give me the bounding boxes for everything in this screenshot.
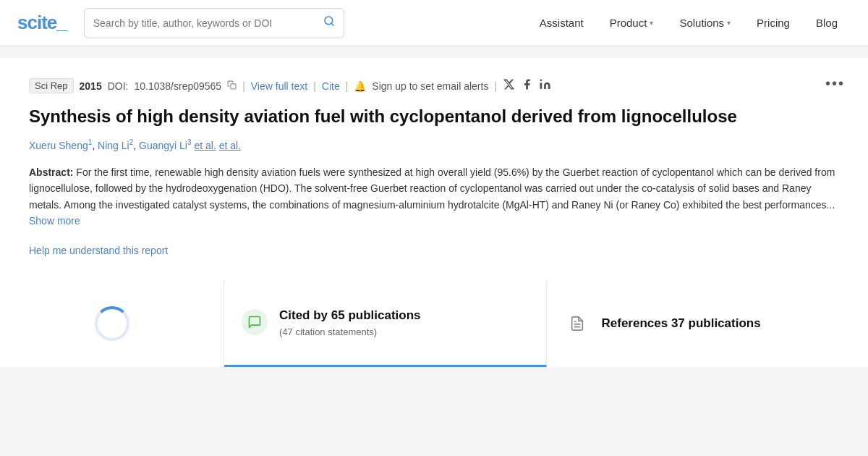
author-sup-1: 1	[88, 138, 93, 146]
cited-panel[interactable]: Cited by 65 publications (47 citation st…	[224, 280, 547, 367]
svg-rect-3	[540, 83, 542, 89]
paper-year: 2015	[80, 80, 102, 92]
author-link-2[interactable]: Ning Li	[98, 140, 129, 151]
paper-title: Synthesis of high density aviation fuel …	[29, 105, 839, 128]
nav-links: Assistant Product ▾ Solutions ▾ Pricing …	[527, 0, 851, 46]
linkedin-icon[interactable]	[539, 78, 551, 93]
bell-icon: 🔔	[354, 80, 366, 92]
meta-line: Sci Rep 2015 DOI: 10.1038/srep09565 | Vi…	[29, 78, 839, 93]
search-button[interactable]	[323, 15, 335, 30]
references-main-text: References 37 publications	[602, 316, 761, 331]
view-full-text-link[interactable]: View full text	[251, 80, 307, 92]
left-loading-panel	[0, 280, 224, 367]
authors-line: Xueru Sheng1, Ning Li2, Guangyi Li3 et a…	[29, 138, 839, 151]
navbar: scite_ Assistant Product ▾ Solutions ▾ P…	[0, 0, 868, 46]
separator: |	[313, 80, 316, 92]
nav-item-assistant[interactable]: Assistant	[527, 0, 597, 46]
paper-card: ••• Sci Rep 2015 DOI: 10.1038/srep09565 …	[0, 58, 868, 280]
separator: |	[494, 80, 497, 92]
show-more-link[interactable]: Show more	[29, 215, 80, 227]
chevron-down-icon: ▾	[650, 19, 653, 27]
social-share-icons	[503, 78, 551, 93]
author-link-3[interactable]: Guangyi Li	[139, 140, 187, 151]
search-bar[interactable]	[84, 8, 344, 38]
twitter-icon[interactable]	[503, 78, 515, 93]
svg-line-1	[331, 23, 333, 25]
chevron-down-icon: ▾	[727, 19, 731, 27]
references-panel[interactable]: References 37 publications	[547, 280, 869, 367]
citations-icon	[242, 309, 268, 335]
separator: |	[346, 80, 349, 92]
nav-item-pricing[interactable]: Pricing	[744, 0, 803, 46]
references-icon	[564, 311, 590, 337]
bottom-section: Cited by 65 publications (47 citation st…	[0, 280, 868, 367]
alert-text[interactable]: Sign up to set email alerts	[372, 80, 488, 92]
svg-rect-2	[231, 83, 236, 88]
doi-value: 10.1038/srep09565	[134, 80, 221, 92]
cited-text: Cited by 65 publications (47 citation st…	[279, 308, 421, 337]
et-al-link[interactable]: et al.	[219, 140, 241, 151]
cited-sub-text: (47 citation statements)	[279, 326, 421, 337]
journal-badge: Sci Rep	[29, 78, 74, 93]
right-panels: Cited by 65 publications (47 citation st…	[224, 280, 868, 367]
doi-label: DOI:	[108, 80, 129, 92]
copy-icon[interactable]	[227, 80, 237, 92]
nav-item-solutions[interactable]: Solutions ▾	[666, 0, 744, 46]
help-link[interactable]: Help me understand this report	[29, 245, 168, 256]
nav-item-blog[interactable]: Blog	[803, 0, 851, 46]
abstract-body: For the first time, renewable high densi…	[29, 166, 835, 211]
cite-link[interactable]: Cite	[322, 80, 340, 92]
author-sup-3: 3	[187, 138, 192, 146]
nav-item-product[interactable]: Product ▾	[597, 0, 667, 46]
search-input[interactable]	[93, 17, 323, 29]
author-link-1[interactable]: Xueru Sheng	[29, 140, 88, 151]
separator: |	[242, 80, 245, 92]
brand-logo[interactable]: scite_	[17, 12, 67, 34]
et-al-link[interactable]: et al.	[194, 140, 216, 151]
more-options-button[interactable]: •••	[825, 75, 845, 92]
abstract: Abstract: For the first time, renewable …	[29, 164, 839, 229]
facebook-icon[interactable]	[521, 78, 533, 93]
loading-spinner	[95, 306, 129, 341]
cited-main-text: Cited by 65 publications	[279, 308, 421, 324]
svg-point-4	[540, 79, 542, 81]
author-sup-2: 2	[129, 138, 134, 146]
abstract-label: Abstract:	[29, 166, 73, 178]
